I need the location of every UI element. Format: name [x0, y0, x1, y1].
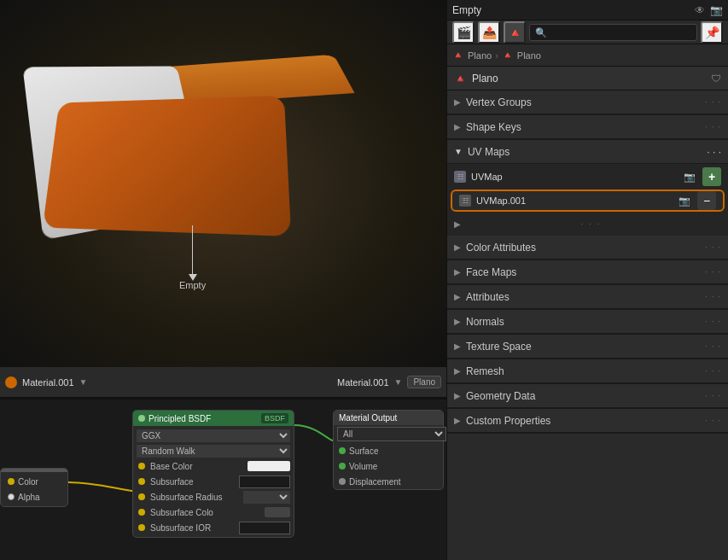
object-name[interactable]: Plano	[472, 73, 706, 85]
face-maps-label: Face Maps	[466, 266, 705, 278]
bsdf-subsurface-method-select[interactable]: Random Walk	[137, 445, 290, 458]
normals-dots: · · ·	[705, 317, 721, 326]
bsdf-subsurface-method-row: Random Walk	[133, 443, 294, 458]
material-name-left[interactable]: Material.001	[22, 377, 74, 388]
object-type-icon: 🔺	[454, 73, 467, 85]
subsurface-radius-label: Subsurface Radius	[147, 493, 243, 502]
box-orange-face	[43, 96, 291, 236]
section-normals: ▶ Normals · · ·	[447, 310, 728, 335]
prop-render-btn[interactable]: 🎬	[452, 21, 475, 44]
breadcrumb-icon: 🔺	[452, 50, 464, 61]
texture-space-arrow: ▶	[454, 341, 461, 351]
surface-label: Surface	[349, 446, 378, 456]
alpha-output-dot	[8, 493, 15, 500]
remesh-arrow: ▶	[454, 366, 461, 376]
volume-socket	[339, 463, 346, 470]
node-color[interactable]: Color Alpha	[0, 468, 68, 507]
uv-map-list: ☷ UVMap 📷 + ☷ UVMap.001 📷 −	[447, 164, 728, 236]
eye-icon[interactable]: 👁	[695, 4, 705, 16]
bsdf-subsurface-radius-row: Subsurface Radius	[133, 489, 294, 505]
face-maps-header[interactable]: ▶ Face Maps · · ·	[447, 260, 728, 284]
uv-maps-dots: · · ·	[707, 146, 721, 158]
uv-maps-label: UV Maps	[468, 146, 707, 158]
face-maps-arrow: ▶	[454, 267, 461, 277]
section-geometry-data: ▶ Geometry Data · · ·	[447, 384, 728, 409]
node-principled-bsdf[interactable]: Principled BSDF BSDF GGX Random Walk	[132, 410, 294, 538]
subsurface-radius-select[interactable]	[243, 491, 290, 504]
node-editor[interactable]: Color Alpha Principled BSDF BSDF	[0, 398, 446, 560]
vertex-groups-label: Vertex Groups	[466, 96, 705, 108]
camera-icon[interactable]: 📷	[710, 4, 723, 16]
subsurface-ior-socket	[138, 524, 145, 531]
remesh-header[interactable]: ▶ Remesh · · ·	[447, 359, 728, 383]
color-attributes-arrow: ▶	[454, 242, 461, 252]
viewport-3d[interactable]: Empty	[0, 0, 446, 367]
attributes-dots: · · ·	[705, 292, 721, 301]
object-shield-icon[interactable]: 🛡	[711, 73, 721, 85]
surface-socket	[339, 447, 346, 454]
bsdf-base-color-row: Base Color	[133, 458, 294, 474]
section-remesh: ▶ Remesh · · ·	[447, 359, 728, 384]
shape-keys-header[interactable]: ▶ Shape Keys · · ·	[447, 115, 728, 139]
section-shape-keys: ▶ Shape Keys · · ·	[447, 115, 728, 140]
uvmap-remove-btn[interactable]: −	[697, 191, 716, 210]
node-canvas[interactable]: Color Alpha Principled BSDF BSDF	[0, 400, 446, 551]
material-name-right[interactable]: Material.001	[337, 377, 389, 388]
prop-data-btn[interactable]: 🔺	[504, 21, 526, 44]
normals-header[interactable]: ▶ Normals · · ·	[447, 310, 728, 334]
prop-output-btn[interactable]: 📤	[478, 21, 500, 44]
custom-properties-label: Custom Properties	[466, 415, 705, 427]
subsurface-color-swatch[interactable]	[265, 507, 290, 517]
subsurface-radius-socket	[138, 493, 145, 500]
geometry-data-dots: · · ·	[705, 391, 721, 400]
bsdf-distribution-select[interactable]: GGX	[137, 429, 290, 442]
color-label: Color	[18, 477, 38, 487]
empty-arrow	[192, 225, 193, 277]
breadcrumb-bar: 🔺 Plano › 🔺 Plano	[447, 44, 728, 67]
color-attributes-label: Color Attributes	[466, 242, 705, 254]
subsurface-value[interactable]: 0.000	[239, 475, 290, 488]
uv-maps-header[interactable]: ▼ UV Maps · · ·	[447, 140, 728, 164]
uv-maps-arrow-row: ▶ · · ·	[447, 213, 728, 234]
texture-space-header[interactable]: ▶ Texture Space · · ·	[447, 335, 728, 359]
uv-maps-prev-btn[interactable]: ▶	[454, 219, 461, 229]
subsurface-color-socket	[138, 509, 145, 516]
shape-keys-label: Shape Keys	[466, 121, 705, 133]
bsdf-subsurface-color-row: Subsurface Colo	[133, 505, 294, 520]
geometry-data-label: Geometry Data	[466, 390, 705, 402]
vertex-groups-arrow: ▶	[454, 97, 461, 107]
custom-properties-header[interactable]: ▶ Custom Properties · · ·	[447, 409, 728, 433]
normals-arrow: ▶	[454, 317, 461, 326]
material-expand-icon2[interactable]: ▼	[394, 377, 403, 387]
uvmap-camera-1[interactable]: 📷	[678, 195, 690, 207]
node-color-body: Color Alpha	[1, 472, 67, 506]
uvmap-camera-0[interactable]: 📷	[684, 172, 696, 183]
subsurface-color-label: Subsurface Colo	[147, 508, 265, 517]
shape-keys-dots: · · ·	[705, 122, 721, 131]
breadcrumb-separator: ›	[495, 50, 498, 61]
search-input[interactable]	[529, 24, 697, 41]
uvmap-icon-1: ☷	[459, 195, 471, 207]
uvmap-icon-0: ☷	[454, 171, 466, 183]
attributes-header[interactable]: ▶ Attributes · · ·	[447, 285, 728, 309]
output-type-select[interactable]: All	[337, 427, 446, 441]
bsdf-subsurface-ior-row: Subsurface IOR 1.400	[133, 520, 294, 535]
material-expand-icon[interactable]: ▼	[79, 377, 88, 387]
bsdf-title: Principled BSDF	[149, 414, 258, 423]
base-color-swatch[interactable]	[248, 461, 290, 471]
color-attributes-header[interactable]: ▶ Color Attributes · · ·	[447, 236, 728, 260]
face-maps-dots: · · ·	[705, 267, 721, 277]
breadcrumb-child[interactable]: Plano	[517, 50, 541, 61]
vertex-groups-header[interactable]: ▶ Vertex Groups · · ·	[447, 90, 728, 114]
geometry-data-header[interactable]: ▶ Geometry Data · · ·	[447, 384, 728, 408]
node-material-output[interactable]: Material Output All Surface Volume	[333, 410, 444, 490]
uvmap-item-1[interactable]: ☷ UVMap.001 📷 −	[451, 190, 725, 212]
prop-pin-btn[interactable]: 📌	[701, 21, 723, 44]
uvmap-add-btn[interactable]: +	[702, 167, 721, 186]
output-displacement-row: Displacement	[334, 474, 443, 489]
uvmap-item-0[interactable]: ☷ UVMap 📷 +	[447, 166, 728, 188]
subsurface-ior-value[interactable]: 1.400	[239, 522, 290, 534]
color-row: Color	[3, 474, 66, 489]
breadcrumb-root[interactable]: Plano	[468, 50, 492, 61]
texture-space-label: Texture Space	[466, 341, 705, 353]
